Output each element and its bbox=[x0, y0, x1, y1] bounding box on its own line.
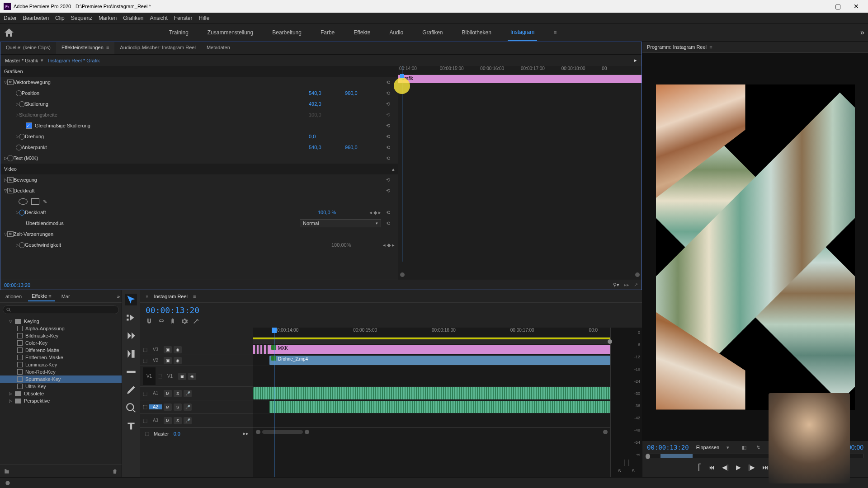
menu-datei[interactable]: Datei bbox=[4, 15, 16, 21]
scroll-handle-icon[interactable] bbox=[635, 272, 640, 277]
lock-icon[interactable]: ⬚ bbox=[143, 357, 147, 363]
step-forward-icon[interactable]: ▸▸ bbox=[624, 282, 629, 288]
scroll-handle-icon[interactable] bbox=[603, 430, 608, 434]
ws-grafiken[interactable]: Grafiken bbox=[420, 25, 445, 40]
stopwatch-icon[interactable] bbox=[16, 90, 22, 96]
eff-alpha[interactable]: Alpha-Anpassung bbox=[25, 326, 65, 331]
ws-training[interactable]: Training bbox=[166, 25, 191, 40]
track-v1[interactable]: V1 bbox=[164, 374, 176, 379]
voice-icon[interactable]: 🎤 bbox=[184, 417, 192, 424]
stopwatch-icon[interactable] bbox=[19, 134, 25, 140]
kf-clip-grafik[interactable]: Grafik bbox=[398, 75, 642, 83]
clip-audio-a2[interactable] bbox=[269, 401, 610, 413]
filter-icon[interactable]: ⚲▾ bbox=[613, 282, 619, 288]
solo-icon[interactable]: S bbox=[174, 404, 182, 411]
step-back-icon[interactable]: ◀| bbox=[722, 464, 729, 472]
menu-grafiken[interactable]: Grafiken bbox=[123, 15, 143, 21]
tab-audio-mixer[interactable]: Audioclip-Mischer: Instagram Reel bbox=[114, 42, 201, 54]
fx-toggle-icon[interactable]: fx bbox=[7, 177, 14, 183]
anc-y[interactable]: 960,0 bbox=[345, 145, 381, 150]
track-toggle-icon[interactable]: ▣ bbox=[164, 357, 172, 364]
ws-menu-icon[interactable]: ≡ bbox=[551, 25, 559, 40]
overflow-icon[interactable]: » bbox=[117, 294, 120, 299]
folder-obsolete[interactable]: Obsolete bbox=[24, 391, 44, 396]
lock-icon[interactable]: ⬚ bbox=[157, 373, 162, 379]
timeline-playhead[interactable] bbox=[274, 328, 274, 477]
menu-ansicht[interactable]: Ansicht bbox=[150, 15, 167, 21]
folder-perspektive[interactable]: Perspektive bbox=[24, 398, 50, 404]
mark-in-icon[interactable]: ⎡ bbox=[698, 464, 701, 472]
reset-icon[interactable]: ⟲ bbox=[381, 123, 395, 129]
eye-icon[interactable]: ◉ bbox=[174, 357, 182, 364]
new-bin-icon[interactable] bbox=[4, 468, 10, 474]
prog-zoom[interactable]: Einpassen bbox=[696, 445, 719, 450]
voice-icon[interactable]: 🎤 bbox=[184, 404, 192, 411]
lock-icon[interactable]: ⬚ bbox=[145, 431, 149, 436]
tool-razor[interactable] bbox=[125, 348, 137, 360]
opacity-v[interactable]: 100,0 % bbox=[318, 210, 354, 215]
solo-icon[interactable]: S bbox=[174, 417, 182, 424]
uniform-checkbox[interactable]: ✓ bbox=[26, 122, 32, 129]
prop-bewegung[interactable]: Bewegung bbox=[14, 177, 381, 183]
prop-zeit[interactable]: Zeit-Verzerrungen bbox=[14, 231, 395, 237]
reset-icon[interactable]: ⟲ bbox=[381, 145, 395, 150]
reset-icon[interactable]: ⟲ bbox=[381, 188, 395, 194]
ws-bearbeitung[interactable]: Bearbeitung bbox=[269, 25, 304, 40]
mute-icon[interactable]: M bbox=[164, 404, 172, 411]
lock-icon[interactable]: ⬚ bbox=[143, 418, 147, 423]
menu-sequenz[interactable]: Sequenz bbox=[71, 15, 92, 21]
ec-timeline-arrow-icon[interactable]: ▸ bbox=[634, 57, 637, 63]
tab-source[interactable]: Quelle: (keine Clips) bbox=[0, 42, 56, 54]
stopwatch-icon[interactable] bbox=[19, 210, 25, 216]
pos-y[interactable]: 960,0 bbox=[345, 90, 381, 96]
eff-spurmaske[interactable]: Spurmaske-Key bbox=[25, 376, 61, 382]
scale-v[interactable]: 492,0 bbox=[309, 101, 345, 107]
program-viewer[interactable] bbox=[642, 53, 868, 441]
menu-clip[interactable]: Clip bbox=[55, 15, 65, 21]
reset-icon[interactable]: ⟲ bbox=[381, 177, 395, 183]
prop-vektorbewegung[interactable]: Vektorbewegung bbox=[14, 80, 381, 85]
tool-zoom[interactable] bbox=[125, 402, 137, 414]
ws-audio[interactable]: Audio bbox=[387, 25, 406, 40]
ec-master[interactable]: Master * Grafik bbox=[5, 58, 38, 63]
wrench-icon[interactable] bbox=[193, 318, 200, 325]
scroll-handle-icon[interactable] bbox=[400, 272, 405, 277]
reset-icon[interactable]: ⟲ bbox=[381, 101, 395, 107]
minimize-button[interactable]: — bbox=[816, 3, 822, 10]
tab-effekte[interactable]: Effekte ≡ bbox=[28, 291, 55, 301]
reset-icon[interactable]: ⟲ bbox=[381, 210, 395, 216]
stopwatch-icon[interactable] bbox=[19, 101, 25, 107]
timeline-ruler[interactable]: 00:00:14:00 00:00:15:00 00:00:16:00 00:0… bbox=[253, 328, 610, 338]
snap-icon[interactable] bbox=[146, 318, 153, 325]
fx-toggle-icon[interactable]: fx bbox=[7, 188, 14, 193]
reset-icon[interactable]: ⟲ bbox=[381, 155, 395, 161]
ec-timecode[interactable]: 00:00:13:20 bbox=[4, 282, 30, 288]
eff-bildmaske[interactable]: Bildmaske-Key bbox=[25, 333, 58, 338]
lock-icon[interactable]: ⬚ bbox=[143, 390, 147, 396]
rot-v[interactable]: 0,0 bbox=[309, 134, 345, 139]
play-icon[interactable]: ▶ bbox=[736, 464, 741, 472]
eff-entfernen[interactable]: Entfernen-Maske bbox=[25, 355, 63, 360]
reset-icon[interactable]: ⟲ bbox=[381, 90, 395, 96]
goto-prev-icon[interactable]: ⏮ bbox=[708, 464, 715, 472]
track-toggle-icon[interactable]: ▣ bbox=[164, 346, 172, 353]
anc-x[interactable]: 540,0 bbox=[309, 145, 345, 150]
clip-segments[interactable] bbox=[253, 345, 269, 354]
output-icon[interactable]: ◧ bbox=[742, 445, 746, 450]
ws-zusammenstellung[interactable]: Zusammenstellung bbox=[205, 25, 256, 40]
ws-overflow-icon[interactable]: » bbox=[860, 28, 864, 37]
track-toggle-icon[interactable]: ▣ bbox=[178, 373, 186, 380]
pos-x[interactable]: 540,0 bbox=[309, 90, 345, 96]
tab-mar[interactable]: Mar bbox=[58, 292, 74, 301]
trash-icon[interactable] bbox=[112, 468, 118, 474]
master-label[interactable]: Master bbox=[154, 431, 169, 436]
marker-icon[interactable] bbox=[169, 318, 176, 325]
clip-drone[interactable]: Drohne_2.mp4 bbox=[269, 356, 610, 365]
skip-icon[interactable]: ▸▸ bbox=[243, 431, 249, 436]
eff-colorkey[interactable]: Color-Key bbox=[25, 340, 47, 346]
ws-bibliotheken[interactable]: Bibliotheken bbox=[459, 25, 494, 40]
ws-instagram[interactable]: Instagram bbox=[508, 24, 537, 41]
prog-tc-left[interactable]: 00:00:13:20 bbox=[647, 444, 689, 451]
timeline-seq-name[interactable]: Instagram Reel bbox=[154, 294, 188, 299]
reset-icon[interactable]: ⟲ bbox=[381, 80, 395, 85]
